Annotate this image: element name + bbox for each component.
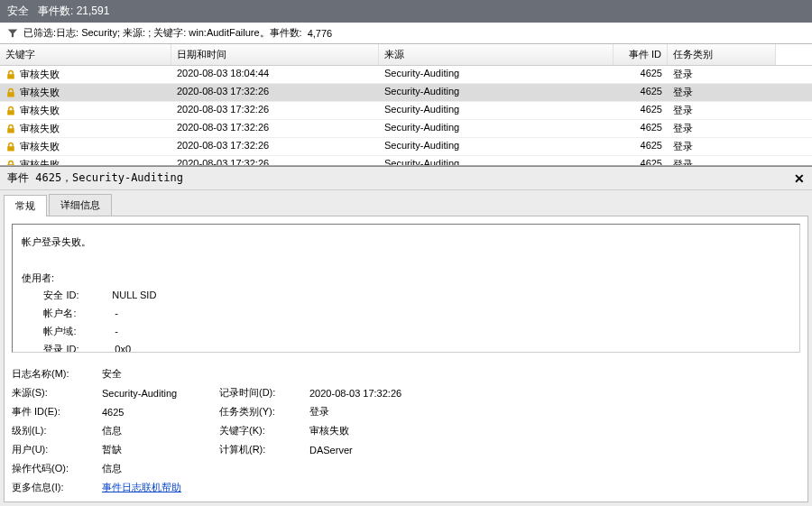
meta-logname-label: 日志名称(M): xyxy=(12,367,102,381)
cell-keyword: 审核失败 xyxy=(0,102,171,119)
cell-taskcat: 登录 xyxy=(668,102,776,119)
cell-source: Security-Auditing xyxy=(379,138,614,155)
cell-source: Security-Auditing xyxy=(379,120,614,137)
event-description[interactable]: 帐户登录失败。 使用者: 安全 ID: NULL SID 帐户名: - 帐户域:… xyxy=(12,224,800,353)
meta-opcode-label: 操作代码(O): xyxy=(12,462,102,475)
meta-source-label: 来源(S): xyxy=(12,386,102,400)
cell-eventid: 4625 xyxy=(614,156,668,165)
cell-datetime: 2020-08-03 17:32:26 xyxy=(171,156,379,165)
cell-taskcat: 登录 xyxy=(668,66,776,83)
cell-taskcat: 登录 xyxy=(668,84,776,101)
table-row[interactable]: 审核失败2020-08-03 17:32:26Security-Auditing… xyxy=(0,138,812,156)
lock-icon xyxy=(5,160,16,165)
table-row[interactable]: 审核失败2020-08-03 18:04:44Security-Auditing… xyxy=(0,66,812,84)
table-header: 关键字 日期和时间 来源 事件 ID 任务类别 xyxy=(0,44,812,66)
detail-tabs: 常规 详细信息 xyxy=(0,190,812,216)
cell-datetime: 2020-08-03 17:32:26 xyxy=(171,84,379,101)
lock-icon xyxy=(5,106,16,116)
cell-source: Security-Auditing xyxy=(379,66,614,83)
event-count-value: 21,591 xyxy=(77,5,110,17)
detail-pane: 事件 4625，Security-Auditing ✕ 常规 详细信息 帐户登录… xyxy=(0,166,812,506)
cell-eventid: 4625 xyxy=(614,102,668,119)
cell-keyword: 审核失败 xyxy=(0,120,171,137)
cell-taskcat: 登录 xyxy=(668,156,776,165)
cell-eventid: 4625 xyxy=(614,138,668,155)
cell-datetime: 2020-08-03 17:32:26 xyxy=(171,120,379,137)
meta-level-value: 信息 xyxy=(102,424,219,437)
event-meta: 日志名称(M): 安全 来源(S): Security-Auditing 记录时… xyxy=(12,367,800,494)
cell-source: Security-Auditing xyxy=(379,84,614,101)
col-keyword[interactable]: 关键字 xyxy=(0,44,171,65)
meta-user-label: 用户(U): xyxy=(12,443,102,456)
meta-logged-value: 2020-08-03 17:32:26 xyxy=(309,388,472,399)
meta-keywords-label: 关键字(K): xyxy=(219,424,309,437)
meta-logged-label: 记录时间(D): xyxy=(219,386,309,400)
table-body[interactable]: 审核失败2020-08-03 18:04:44Security-Auditing… xyxy=(0,66,812,165)
filter-bar: 已筛选:日志: Security; 来源: ; 关键字: win:AuditFa… xyxy=(0,23,812,44)
event-log-online-help-link[interactable]: 事件日志联机帮助 xyxy=(102,482,181,492)
log-name: 安全 xyxy=(7,4,29,19)
cell-datetime: 2020-08-03 18:04:44 xyxy=(171,66,379,83)
meta-computer-value: DAServer xyxy=(309,445,472,455)
meta-moreinfo-label: 更多信息(I): xyxy=(12,481,102,494)
meta-taskcat-label: 任务类别(Y): xyxy=(219,405,309,419)
title-bar: 安全 事件数: 21,591 xyxy=(0,0,812,23)
filter-icon xyxy=(7,28,18,39)
tab-content-general: 帐户登录失败。 使用者: 安全 ID: NULL SID 帐户名: - 帐户域:… xyxy=(4,216,808,502)
tab-general[interactable]: 常规 xyxy=(4,195,47,216)
cell-keyword: 审核失败 xyxy=(0,156,171,165)
cell-eventid: 4625 xyxy=(614,66,668,83)
lock-icon xyxy=(5,69,16,80)
filtered-count: 4,776 xyxy=(308,28,333,39)
lock-icon xyxy=(5,142,16,152)
col-eventid[interactable]: 事件 ID xyxy=(614,44,668,65)
lock-icon xyxy=(5,124,16,134)
meta-computer-label: 计算机(R): xyxy=(219,443,309,456)
cell-taskcat: 登录 xyxy=(668,120,776,137)
cell-taskcat: 登录 xyxy=(668,138,776,155)
detail-title-bar: 事件 4625，Security-Auditing ✕ xyxy=(0,167,812,190)
event-count-label: 事件数: xyxy=(38,5,73,17)
meta-user-value: 暂缺 xyxy=(102,443,219,456)
cell-source: Security-Auditing xyxy=(379,156,614,165)
close-icon[interactable]: ✕ xyxy=(794,171,805,186)
meta-source-value: Security-Auditing xyxy=(102,388,219,399)
meta-logname-value: 安全 xyxy=(102,367,219,381)
detail-title-text: 事件 4625，Security-Auditing xyxy=(7,170,183,186)
table-row[interactable]: 审核失败2020-08-03 17:32:26Security-Auditing… xyxy=(0,156,812,165)
meta-eventid-label: 事件 ID(E): xyxy=(12,405,102,419)
cell-eventid: 4625 xyxy=(614,84,668,101)
meta-level-label: 级别(L): xyxy=(12,424,102,437)
col-taskcat[interactable]: 任务类别 xyxy=(668,44,776,65)
cell-datetime: 2020-08-03 17:32:26 xyxy=(171,102,379,119)
cell-keyword: 审核失败 xyxy=(0,84,171,101)
table-row[interactable]: 审核失败2020-08-03 17:32:26Security-Auditing… xyxy=(0,120,812,138)
meta-eventid-value: 4625 xyxy=(102,407,219,418)
table-row[interactable]: 审核失败2020-08-03 17:32:26Security-Auditing… xyxy=(0,84,812,102)
table-row[interactable]: 审核失败2020-08-03 17:32:26Security-Auditing… xyxy=(0,102,812,120)
lock-icon xyxy=(5,87,16,98)
col-datetime[interactable]: 日期和时间 xyxy=(171,44,379,65)
cell-keyword: 审核失败 xyxy=(0,66,171,83)
meta-opcode-value: 信息 xyxy=(102,462,219,475)
col-source[interactable]: 来源 xyxy=(379,44,614,65)
cell-eventid: 4625 xyxy=(614,120,668,137)
meta-keywords-value: 审核失败 xyxy=(309,424,472,437)
cell-datetime: 2020-08-03 17:32:26 xyxy=(171,138,379,155)
filter-text: 已筛选:日志: Security; 来源: ; 关键字: win:AuditFa… xyxy=(23,26,302,40)
tab-details[interactable]: 详细信息 xyxy=(49,194,112,216)
cell-keyword: 审核失败 xyxy=(0,138,171,155)
cell-source: Security-Auditing xyxy=(379,102,614,119)
event-table: 关键字 日期和时间 来源 事件 ID 任务类别 审核失败2020-08-03 1… xyxy=(0,44,812,166)
meta-taskcat-value: 登录 xyxy=(309,405,472,419)
